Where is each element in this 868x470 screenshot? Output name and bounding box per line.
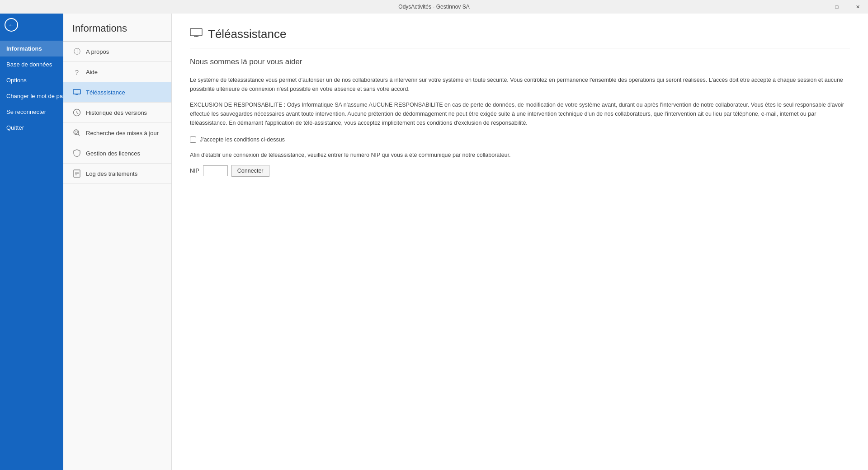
content-body: Le système de téléassistance vous permet… bbox=[190, 75, 850, 127]
nip-input[interactable] bbox=[203, 165, 228, 176]
nav-item-informations[interactable]: Informations bbox=[0, 41, 63, 56]
svg-rect-0 bbox=[73, 89, 80, 94]
paragraph-2: EXCLUSION DE RESPONSABILITE : Odys Infor… bbox=[190, 100, 850, 127]
nav-item-changer-mot-passe[interactable]: Changer le mot de passe bbox=[0, 88, 63, 104]
menu-item-teleassistance[interactable]: Téléassistance bbox=[63, 82, 171, 103]
accept-row: J'accepte les conditions ci-dessus bbox=[190, 136, 850, 143]
titlebar-title: OdysActivités - GestInnov SA bbox=[398, 4, 469, 10]
back-icon: ← bbox=[5, 18, 18, 32]
titlebar-controls: ─ □ ✕ bbox=[806, 0, 868, 14]
menu-label-teleassistance: Téléassistance bbox=[86, 89, 125, 96]
titlebar: OdysActivités - GestInnov SA ─ □ ✕ bbox=[0, 0, 868, 14]
nav-item-base-de-donnees[interactable]: Base de données bbox=[0, 56, 63, 72]
svg-point-7 bbox=[75, 131, 78, 134]
middle-panel: Informations ⓘ A propos ? Aide Téléassis… bbox=[63, 14, 172, 470]
accept-label[interactable]: J'accepte les conditions ci-dessus bbox=[200, 136, 285, 143]
middle-panel-title: Informations bbox=[63, 23, 171, 42]
teleassistance-header-icon bbox=[190, 28, 203, 41]
menu-item-log-traitements[interactable]: Log des traitements bbox=[63, 164, 171, 184]
left-nav: ← Informations Base de données Options C… bbox=[0, 14, 63, 470]
nip-row: NIP Connecter bbox=[190, 165, 850, 177]
app-container: ← Informations Base de données Options C… bbox=[0, 14, 868, 470]
menu-item-a-propos[interactable]: ⓘ A propos bbox=[63, 42, 171, 62]
log-icon bbox=[72, 169, 81, 178]
svg-rect-13 bbox=[190, 28, 202, 36]
screen-icon bbox=[72, 88, 81, 97]
menu-label-historique-versions: Historique des versions bbox=[86, 109, 147, 116]
menu-label-gestion-licences: Gestion des licences bbox=[86, 150, 140, 157]
help-icon: ? bbox=[72, 67, 81, 76]
svg-point-6 bbox=[74, 130, 79, 135]
search-update-icon bbox=[72, 128, 81, 137]
accept-checkbox[interactable] bbox=[190, 136, 196, 143]
menu-item-gestion-licences[interactable]: Gestion des licences bbox=[63, 143, 171, 164]
close-button[interactable]: ✕ bbox=[847, 0, 868, 14]
menu-label-a-propos: A propos bbox=[86, 48, 109, 55]
back-button[interactable]: ← bbox=[0, 14, 23, 36]
shield-icon bbox=[72, 149, 81, 158]
svg-line-8 bbox=[78, 134, 80, 136]
menu-item-historique-versions[interactable]: Historique des versions bbox=[63, 103, 171, 123]
menu-item-aide[interactable]: ? Aide bbox=[63, 62, 171, 82]
info-icon: ⓘ bbox=[72, 47, 81, 56]
paragraph-1: Le système de téléassistance vous permet… bbox=[190, 75, 850, 94]
svg-line-5 bbox=[77, 113, 78, 114]
menu-label-log-traitements: Log des traitements bbox=[86, 170, 137, 177]
main-content: Téléassistance Nous sommes là pour vous … bbox=[172, 14, 868, 470]
nav-items: Informations Base de données Options Cha… bbox=[0, 41, 63, 136]
menu-label-recherche-mises-a-jour: Recherche des mises à jour bbox=[86, 130, 159, 136]
content-title: Téléassistance bbox=[208, 27, 286, 41]
middle-menu: ⓘ A propos ? Aide Téléassistance bbox=[63, 42, 171, 184]
nav-item-options[interactable]: Options bbox=[0, 72, 63, 88]
nav-item-se-reconnecter[interactable]: Se reconnecter bbox=[0, 104, 63, 120]
content-header: Téléassistance bbox=[190, 27, 850, 48]
content-subtitle: Nous sommes là pour vous aider bbox=[190, 57, 850, 66]
clock-icon bbox=[72, 108, 81, 117]
nip-label: NIP bbox=[190, 168, 199, 174]
menu-item-recherche-mises-a-jour[interactable]: Recherche des mises à jour bbox=[63, 123, 171, 143]
connect-button[interactable]: Connecter bbox=[231, 165, 269, 177]
minimize-button[interactable]: ─ bbox=[806, 0, 826, 14]
nip-info: Afin d'établir une connexion de téléassi… bbox=[190, 152, 850, 158]
nav-item-quitter[interactable]: Quitter bbox=[0, 120, 63, 136]
restore-button[interactable]: □ bbox=[826, 0, 847, 14]
menu-label-aide: Aide bbox=[86, 69, 98, 75]
